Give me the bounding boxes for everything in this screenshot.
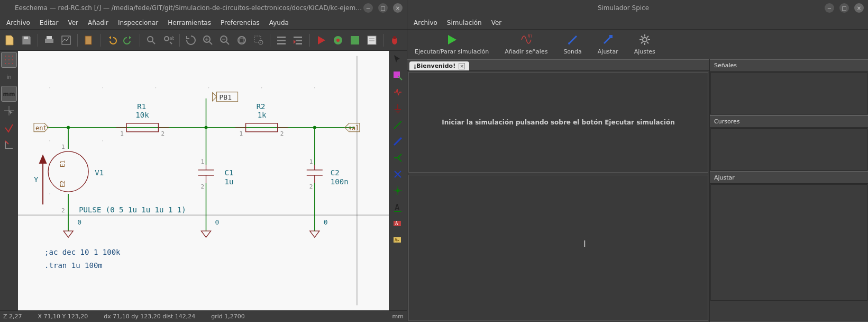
console-area[interactable]: I	[408, 175, 708, 321]
svg-line-147	[647, 42, 648, 43]
svg-rect-18	[254, 36, 261, 42]
units-in-icon[interactable]: in	[1, 69, 17, 85]
save-icon[interactable]	[19, 33, 34, 48]
svg-text:1: 1	[309, 158, 313, 165]
panel-adjust-header[interactable]: Ajustar	[710, 172, 868, 184]
highlight-net-icon[interactable]	[390, 68, 405, 83]
zoom-selection-icon[interactable]	[251, 33, 266, 48]
probe-icon	[567, 33, 579, 46]
menu-preferencias[interactable]: Preferencias	[216, 17, 264, 28]
menu-simulacion[interactable]: Simulación	[443, 17, 486, 28]
place-label-icon[interactable]: A	[390, 200, 405, 214]
place-wire-icon[interactable]	[390, 118, 405, 132]
place-global-label-icon[interactable]: A	[390, 216, 405, 231]
print-icon[interactable]	[42, 33, 57, 48]
bom-icon[interactable]	[364, 33, 379, 48]
svg-text:A▸: A▸	[395, 238, 400, 243]
minimize-button[interactable]: −	[363, 3, 373, 13]
svg-rect-4	[85, 36, 92, 44]
svg-rect-1	[45, 39, 53, 43]
cursor-shape-icon[interactable]	[1, 103, 17, 119]
add-signals-button[interactable]: V(t) Añadir señales	[505, 33, 547, 55]
bug-icon[interactable]	[387, 33, 402, 48]
panel-cursors-content[interactable]	[710, 128, 867, 171]
hierarchy-icon[interactable]	[274, 33, 289, 48]
probe-button[interactable]: Sonda	[563, 33, 581, 55]
zoom-out-icon[interactable]	[217, 33, 232, 48]
svg-text:C2: C2	[331, 168, 340, 177]
panel-cursors-header[interactable]: Cursores	[710, 115, 868, 128]
select-icon[interactable]	[390, 52, 405, 67]
svg-point-101	[48, 151, 88, 192]
close-tab-icon[interactable]: ×	[459, 63, 465, 69]
run-sim-button[interactable]: Ejecutar/Parar simulación	[415, 33, 489, 55]
tab-bienvenido[interactable]: ¡Bienvenido! ×	[409, 61, 469, 70]
place-hier-label-icon[interactable]: A▸	[390, 232, 405, 247]
spice-menubar: Archivo Simulación Ver	[407, 16, 868, 30]
panel-signals-header[interactable]: Señales	[710, 59, 868, 71]
paste-icon[interactable]	[81, 33, 96, 48]
eeschema-statusbar: Z 2,27 X 71,10 Y 123,20 dx 71,10 dy 123,…	[0, 310, 407, 322]
svg-line-15	[226, 42, 229, 44]
menu-editar[interactable]: Editar	[35, 17, 63, 28]
run-sim-icon[interactable]	[314, 33, 328, 48]
svg-point-5	[148, 37, 153, 42]
svg-point-51	[261, 87, 262, 88]
settings-button[interactable]: Ajustes	[634, 33, 655, 55]
replace-icon[interactable]: ab	[161, 33, 176, 48]
maximize-button[interactable]: □	[839, 3, 849, 13]
spice-toolbar: Ejecutar/Parar simulación V(t) Añadir se…	[407, 30, 868, 59]
grid-icon[interactable]	[1, 52, 17, 68]
menu-ver[interactable]: Ver	[63, 17, 83, 28]
panel-adjust-content[interactable]	[710, 184, 867, 301]
zoom-fit-icon[interactable]	[234, 33, 249, 48]
menu-archivo[interactable]: Archivo	[409, 17, 442, 28]
svg-text:E1: E1	[59, 160, 66, 167]
menu-anadir[interactable]: Añadir	[84, 17, 113, 28]
new-icon[interactable]	[2, 33, 17, 48]
place-symbol-icon[interactable]	[390, 85, 405, 100]
svg-text:V(t): V(t)	[528, 34, 532, 39]
close-button[interactable]: ×	[854, 3, 864, 13]
svg-text:;ac dec 10 1 100k: ;ac dec 10 1 100k	[44, 248, 121, 256]
status-z: Z 2,27	[3, 313, 22, 320]
redo-icon[interactable]	[121, 33, 136, 48]
svg-point-49	[156, 87, 157, 88]
find-icon[interactable]	[144, 33, 159, 48]
place-power-icon[interactable]	[390, 101, 405, 116]
close-button[interactable]: ×	[393, 3, 403, 13]
menu-ver[interactable]: Ver	[487, 17, 506, 28]
maximize-button[interactable]: □	[378, 3, 388, 13]
svg-rect-0	[24, 37, 28, 39]
panel-signals-content[interactable]	[710, 72, 867, 114]
svg-text:Y: Y	[34, 175, 39, 184]
svg-point-50	[208, 87, 209, 88]
plot-area[interactable]: Iniciar la simulación pulsando sobre el …	[408, 72, 708, 173]
hidden-pins-icon[interactable]	[1, 120, 17, 136]
menu-inspeccionar[interactable]: Inspeccionar	[114, 17, 162, 28]
svg-text:0: 0	[324, 218, 328, 226]
units-mm-icon[interactable]: mm	[1, 86, 17, 102]
svg-text:2: 2	[280, 130, 284, 137]
tune-button[interactable]: Ajustar	[598, 33, 618, 55]
place-bus-icon[interactable]	[390, 134, 405, 149]
place-bus-entry-icon[interactable]	[390, 150, 405, 165]
schematic-canvas[interactable]: ent sal PB1 R1	[18, 51, 389, 310]
plot-icon[interactable]	[59, 33, 74, 48]
force-hv-icon[interactable]	[1, 137, 17, 153]
zoom-in-icon[interactable]	[200, 33, 215, 48]
menu-herramientas[interactable]: Herramientas	[163, 17, 215, 28]
leave-sheet-icon[interactable]	[291, 33, 306, 48]
menu-archivo[interactable]: Archivo	[2, 17, 34, 28]
tune-icon	[601, 33, 614, 46]
zoom-redraw-icon[interactable]	[184, 33, 198, 48]
undo-icon[interactable]	[104, 33, 119, 48]
place-junction-icon[interactable]	[390, 183, 405, 198]
place-noconnect-icon[interactable]	[390, 167, 405, 182]
minimize-button[interactable]: −	[825, 3, 834, 13]
menu-ayuda[interactable]: Ayuda	[265, 17, 293, 28]
svg-text:2: 2	[61, 207, 65, 214]
erc-icon[interactable]	[331, 33, 345, 48]
netlist-icon[interactable]	[348, 33, 362, 48]
svg-text:V1: V1	[95, 168, 104, 177]
